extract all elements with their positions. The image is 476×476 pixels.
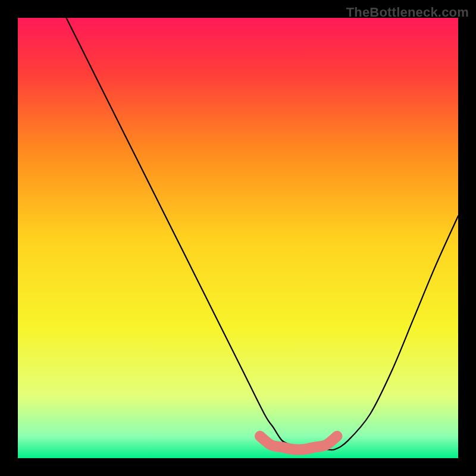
chart-svg <box>18 18 458 458</box>
chart-background <box>18 18 458 458</box>
chart-stage: TheBottleneck.com <box>0 0 476 476</box>
plot-area <box>18 18 458 458</box>
